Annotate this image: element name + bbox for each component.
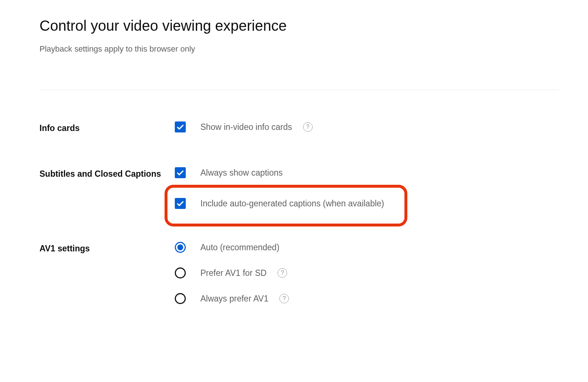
section-label-av1: AV1 settings xyxy=(39,242,175,255)
check-icon xyxy=(176,199,184,207)
checkbox-always-show-captions[interactable] xyxy=(175,167,186,178)
page-title: Control your video viewing experience xyxy=(39,18,588,34)
help-icon[interactable]: ? xyxy=(303,122,313,132)
radio-av1-always[interactable] xyxy=(175,293,186,304)
page-subtitle: Playback settings apply to this browser … xyxy=(39,44,588,54)
option-auto-generated-captions: Include auto-generated captions (when av… xyxy=(175,198,588,209)
help-icon[interactable]: ? xyxy=(279,294,289,303)
check-icon xyxy=(176,123,184,131)
option-always-show-captions: Always show captions xyxy=(175,167,588,178)
section-label-subtitles: Subtitles and Closed Captions xyxy=(39,167,175,180)
option-show-info-cards: Show in-video info cards ? xyxy=(175,121,588,132)
divider xyxy=(39,90,559,90)
checkbox-show-info-cards[interactable] xyxy=(175,121,186,132)
radio-dot-icon xyxy=(177,244,183,250)
option-label-av1-prefer-sd: Prefer AV1 for SD xyxy=(200,268,267,278)
section-controls-info-cards: Show in-video info cards ? xyxy=(175,121,588,132)
section-subtitles: Subtitles and Closed Captions Always sho… xyxy=(39,167,588,209)
option-av1-prefer-sd: Prefer AV1 for SD ? xyxy=(175,267,588,278)
check-icon xyxy=(176,169,184,177)
option-label-always-show-captions: Always show captions xyxy=(200,168,283,178)
option-av1-auto: Auto (recommended) xyxy=(175,242,588,253)
section-controls-subtitles: Always show captions Include auto-genera… xyxy=(175,167,588,209)
section-info-cards: Info cards Show in-video info cards ? xyxy=(39,121,588,134)
radio-av1-prefer-sd[interactable] xyxy=(175,267,186,278)
option-label-av1-always: Always prefer AV1 xyxy=(200,294,268,304)
option-label-show-info-cards: Show in-video info cards xyxy=(200,122,292,132)
option-label-auto-generated-captions: Include auto-generated captions (when av… xyxy=(200,199,384,209)
section-av1: AV1 settings Auto (recommended) Prefer A… xyxy=(39,242,588,304)
radio-av1-auto[interactable] xyxy=(175,242,186,253)
section-controls-av1: Auto (recommended) Prefer AV1 for SD ? A… xyxy=(175,242,588,304)
option-label-av1-auto: Auto (recommended) xyxy=(200,243,279,252)
option-av1-always: Always prefer AV1 ? xyxy=(175,293,588,304)
section-label-info-cards: Info cards xyxy=(39,121,175,134)
checkbox-auto-generated-captions[interactable] xyxy=(175,198,186,209)
help-icon[interactable]: ? xyxy=(278,268,287,278)
